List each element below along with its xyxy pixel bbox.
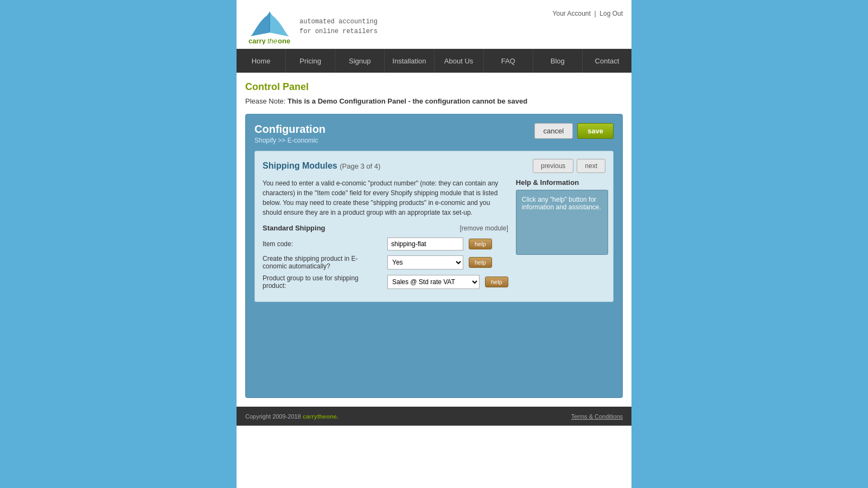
shipping-body: You need to enter a valid e-conomic "pro… xyxy=(263,178,605,294)
logo-tagline: automated accounting for online retailer… xyxy=(299,15,378,36)
save-button[interactable]: save xyxy=(577,123,614,139)
svg-text:carry: carry xyxy=(248,37,266,44)
cancel-button[interactable]: cancel xyxy=(534,123,573,139)
logo-area: carry the one automated accounting for o… xyxy=(245,7,378,44)
config-spacer xyxy=(254,302,614,389)
item-code-label: Item code: xyxy=(263,240,382,248)
demo-notice: Please Note: This is a Demo Configuratio… xyxy=(245,97,623,105)
auto-create-label: Create the shipping product in E-conomic… xyxy=(263,255,382,270)
product-group-label: Product group to use for shipping produc… xyxy=(263,274,382,290)
main-content: Control Panel Please Note: This is a Dem… xyxy=(237,73,631,398)
help-panel: Help & Information Click any "help" butt… xyxy=(516,178,608,294)
nav-item-home[interactable]: Home xyxy=(237,49,286,73)
remove-module-link[interactable]: [remove module] xyxy=(459,224,508,232)
logo-image: carry the one xyxy=(245,7,294,44)
shipping-section: Shipping Modules (Page 3 of 4) previous … xyxy=(254,151,614,302)
your-account-link[interactable]: Your Account xyxy=(553,10,591,17)
previous-button[interactable]: previous xyxy=(533,159,573,173)
nav-item-about[interactable]: About Us xyxy=(435,49,484,73)
standard-shipping-bar: Standard Shipping [remove module] xyxy=(263,224,508,232)
terms-link[interactable]: Terms & Conditions xyxy=(571,413,623,420)
product-group-help-button[interactable]: help xyxy=(485,277,508,287)
nav-item-pricing[interactable]: Pricing xyxy=(286,49,335,73)
config-header: Configuration Shopify >> E-conomic cance… xyxy=(254,123,614,144)
header-links: Your Account | Log Out xyxy=(553,7,623,17)
brand-text: carrytheone xyxy=(303,413,337,420)
site-header: carry the one automated accounting for o… xyxy=(237,0,631,49)
config-buttons: cancel save xyxy=(534,123,614,139)
nav-item-signup[interactable]: Signup xyxy=(335,49,385,73)
config-subtitle: Shopify >> E-conomic xyxy=(254,137,326,144)
standard-shipping-label: Standard Shipping xyxy=(263,224,326,232)
next-button[interactable]: next xyxy=(577,159,605,173)
item-code-input[interactable] xyxy=(387,237,463,251)
copyright-text: Copyright 2009-2018 xyxy=(245,413,303,420)
brand-suffix: . xyxy=(337,413,339,420)
shipping-header: Shipping Modules (Page 3 of 4) previous … xyxy=(263,159,605,173)
site-footer: Copyright 2009-2018 carrytheone. Terms &… xyxy=(237,407,631,426)
page-info: (Page 3 of 4) xyxy=(340,162,380,170)
shipping-title-text: Shipping Modules xyxy=(263,161,337,170)
auto-create-select[interactable]: Yes No xyxy=(387,255,463,269)
page-title: Control Panel xyxy=(245,81,623,93)
config-title: Configuration xyxy=(254,123,326,136)
nav-item-faq[interactable]: FAQ xyxy=(484,49,533,73)
nav-item-blog[interactable]: Blog xyxy=(533,49,583,73)
product-group-select[interactable]: Sales @ Std rate VAT Sales @ Zero VAT Sa… xyxy=(387,275,480,289)
pagination-buttons: previous next xyxy=(533,159,605,173)
item-code-help-button[interactable]: help xyxy=(469,239,492,249)
demo-notice-prefix: Please Note: xyxy=(245,97,288,105)
help-title: Help & Information xyxy=(516,178,608,187)
svg-text:the: the xyxy=(267,37,277,44)
svg-text:one: one xyxy=(278,37,290,44)
form-row-auto-create: Create the shipping product in E-conomic… xyxy=(263,255,508,270)
shipping-description: You need to enter a valid e-conomic "pro… xyxy=(263,178,508,217)
help-content: Click any "help" button for information … xyxy=(516,190,608,255)
main-nav: Home Pricing Signup Installation About U… xyxy=(237,49,631,73)
auto-create-help-button[interactable]: help xyxy=(469,257,492,268)
config-box: Configuration Shopify >> E-conomic cance… xyxy=(245,114,623,398)
footer-terms: Terms & Conditions xyxy=(571,412,623,420)
log-out-link[interactable]: Log Out xyxy=(599,10,623,17)
shipping-title: Shipping Modules (Page 3 of 4) xyxy=(263,161,380,171)
shipping-main: You need to enter a valid e-conomic "pro… xyxy=(263,178,508,294)
form-row-item-code: Item code: help xyxy=(263,237,508,251)
config-title-area: Configuration Shopify >> E-conomic xyxy=(254,123,326,144)
tagline-line2: for online retailers xyxy=(299,28,378,35)
demo-notice-bold: This is a Demo Configuration Panel - the… xyxy=(288,97,527,105)
footer-copyright: Copyright 2009-2018 carrytheone. xyxy=(245,413,339,420)
nav-item-contact[interactable]: Contact xyxy=(583,49,631,73)
nav-item-installation[interactable]: Installation xyxy=(385,49,434,73)
form-row-product-group: Product group to use for shipping produc… xyxy=(263,274,508,290)
tagline-line1: automated accounting xyxy=(299,18,378,25)
